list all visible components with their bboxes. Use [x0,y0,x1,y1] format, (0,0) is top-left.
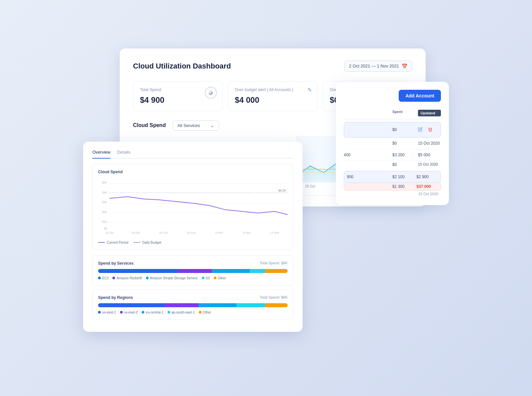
other-regions-dot-icon [199,311,201,314]
accounts-panel: Add Account Spent Updated $0 [336,82,449,205]
account-date: 15 Oct 2020 [344,191,441,197]
svg-text:$5K: $5K [102,181,107,184]
account-actions [417,126,438,134]
legend-current-period: Current Period [98,241,128,244]
bar-other-regions [265,303,288,307]
spend-services-header: Spend by Services Total Spend: $6K [98,261,288,266]
account-cell-name: 400 [344,153,390,157]
bar-s3-storage [212,269,250,273]
line-chart-title: Cloud Spend [98,170,288,174]
spend-regions-bar [98,303,288,307]
us-east-2-dot-icon [120,311,123,314]
services-dropdown[interactable]: All Services ⌄ [173,120,219,131]
account-cell-overage: $37 000 [417,184,438,189]
spend-services-bar [98,269,288,273]
legend-daily-budget: Daily Budget [134,241,161,244]
calendar-icon: 📅 [402,64,407,69]
line-chart-svg: $5K $4K $3K $2K $1K $0 $4.2K [98,178,288,235]
legend-simple-storage: Amazon Simple Storage Service [146,276,198,280]
bar-redshift [178,269,212,273]
kpi-over-budget-label: Over budget alert ( All Accounts ) [235,87,310,92]
svg-text:$0: $0 [104,226,107,230]
legend-ec2: EC2 [98,276,108,280]
svg-text:15 Oct: 15 Oct [105,231,114,234]
legend-us-east-2: us-east-2 [120,311,138,314]
svg-text:24 Oct: 24 Oct [159,231,168,234]
spend-regions-legend: us-east-1 us-east-2 eu-central-1 ap-sout… [98,311,288,314]
legend-eu-central-1: eu-central-1 [142,311,163,314]
col-header-updated: Updated [418,110,441,116]
kpi-over-budget: Over budget alert ( All Accounts ) $4 00… [228,81,317,111]
svg-text:19 Oct: 19 Oct [131,231,140,234]
spend-regions-container: Spend by Regions Total Spend: $6K us-eas… [92,290,293,320]
overview-tabs: Overview Details [92,150,293,159]
svg-text:$4K: $4K [102,191,107,194]
us-east-1-dot-icon [98,311,101,314]
bar-other [265,269,288,273]
legend-other-services: Other [214,276,226,280]
kpi-over-budget-value: $4 000 [235,95,310,105]
accounts-table-header: Spent Updated [344,107,441,119]
account-row: $0 15 Oct 2020 [344,138,441,149]
eu-central-1-dot-icon [142,311,144,314]
account-cell [344,162,390,167]
account-cell-name: 900 [347,175,390,179]
svg-text:$2K: $2K [102,210,107,213]
other-services-dot-icon [214,277,216,279]
ec2-dot-icon [98,277,101,279]
edit-icon[interactable]: ✎ [308,87,312,93]
account-row: $0 [344,122,441,138]
account-cell-updated: 15 Oct 2020 [418,141,441,146]
account-cell-col1: $3 200 [392,153,415,157]
legend-redshift: Amazon Redshift [112,276,142,280]
account-cell [347,184,390,189]
legend-daily-budget-label: Daily Budget [142,241,161,244]
svg-text:13 Nov: 13 Nov [270,231,280,234]
redshift-dot-icon [112,277,115,279]
spend-regions-header: Spend by Regions Total Spend: $6K [98,295,288,300]
account-row: 400 $3 200 $5 000 [344,149,441,161]
spend-services-container: Spend by Services Total Spend: $6K EC2 A… [92,255,293,286]
delete-account-button[interactable] [427,126,434,134]
cloud-spend-title: Cloud Spend [133,122,166,128]
main-header: Cloud Utilization Dashboard 2 Oct 2021 —… [133,61,412,72]
date-range-picker[interactable]: 2 Oct 2021 — 1 Nov 2021 📅 [344,61,412,72]
legend-current-period-label: Current Period [107,241,128,244]
account-cell-col1: $2 100 [392,175,414,179]
kpi-total-spend-label: Total Spend [140,87,215,92]
line-chart-svg-container: $5K $4K $3K $2K $1K $0 $4.2K [98,178,288,238]
line-chart-container: Cloud Spend $5K $4K $3K $2K $1K $0 [92,164,293,250]
add-account-button[interactable]: Add Account [399,90,441,102]
kpi-total-spend-value: $4 900 [140,95,215,105]
account-cell: 15 Oct 2020 [418,162,441,167]
tab-details[interactable]: Details [117,150,130,159]
date-range-text: 2 Oct 2021 — 1 Nov 2021 [349,64,399,68]
svg-text:$3K: $3K [102,200,107,204]
chevron-down-icon: ⌄ [210,123,214,128]
legend-us-east-1: us-east-1 [98,311,116,314]
bar-ap-south-east-1 [236,303,265,307]
col-header-spent: Spent [392,110,415,116]
spend-services-legend: EC2 Amazon Redshift Amazon Simple Storag… [98,276,288,280]
bar-ec2 [98,269,178,273]
spend-services-title: Spend by Services [98,261,134,266]
col-header-name [344,110,390,116]
account-cell-col2: $5 000 [418,153,441,157]
legend-other-regions: Other [199,311,211,314]
s3-dot-icon [202,277,204,279]
edit-account-button[interactable] [417,126,424,134]
chart-legend: Current Period Daily Budget [98,241,288,244]
coin-icon: ◕ [205,87,217,99]
spend-services-total: Total Spend: $6K [260,261,288,266]
account-cell-spent: $0 [392,127,414,132]
spend-regions-title: Spend by Regions [98,295,133,300]
overview-card: Overview Details Cloud Spend $5K $4K $3K… [83,142,303,332]
ap-south-east-1-dot-icon [168,311,170,314]
storage-dot-icon [146,277,149,279]
svg-text:$4.2K: $4.2K [278,189,286,192]
legend-line-icon [98,242,105,243]
tab-overview[interactable]: Overview [92,150,110,159]
bar-s3 [250,269,265,273]
svg-text:8 Nov: 8 Nov [243,231,251,234]
spend-regions-total: Total Spend: $6K [260,295,288,300]
